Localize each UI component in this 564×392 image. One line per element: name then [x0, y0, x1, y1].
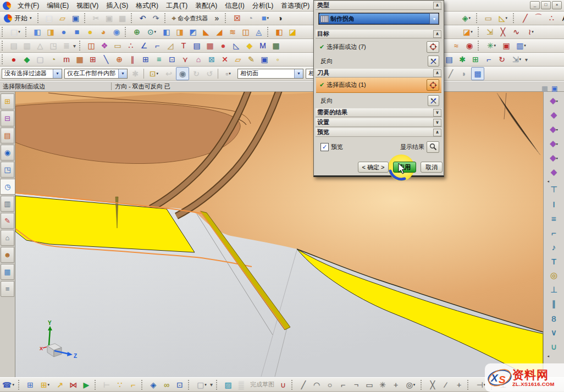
save-icon[interactable]: ▣: [70, 12, 82, 24]
wireframe-box-icon[interactable]: ⊞: [87, 53, 99, 65]
assembly-cut-icon[interactable]: ⌐: [127, 379, 139, 391]
quick-extend-icon[interactable]: ∕: [440, 379, 452, 391]
mesh-surface-icon[interactable]: ◉: [463, 40, 475, 52]
brush-icon[interactable]: ✎: [245, 53, 257, 65]
toolbar-grip[interactable]: [141, 380, 145, 390]
type-dropdown[interactable]: 制作拐角 ▼: [318, 13, 439, 25]
trim-body-icon[interactable]: ◫: [240, 26, 252, 38]
boss-icon[interactable]: ⊕: [131, 26, 143, 38]
angle-dimension-icon[interactable]: ∠: [138, 40, 150, 52]
point-set-icon[interactable]: ⊙▾: [144, 26, 159, 38]
mw-pool-icon[interactable]: ∪: [546, 340, 562, 354]
history-tab[interactable]: ◷: [0, 179, 15, 195]
pan-icon[interactable]: ◗: [458, 68, 470, 80]
toolbar-grip[interactable]: [478, 41, 482, 51]
section-header-target[interactable]: 目标 ∧: [316, 30, 442, 38]
paste-face-icon[interactable]: ◆▾: [546, 136, 562, 151]
visual-effects-icon[interactable]: ◈▾: [458, 12, 474, 24]
visualization-tab[interactable]: ▦: [1, 264, 14, 280]
sketch-rectangle-icon[interactable]: ▭: [363, 379, 375, 391]
graphics-viewport[interactable]: Y Z X: [15, 92, 543, 377]
u-curve-icon[interactable]: ∪: [277, 379, 289, 391]
white-cube-icon[interactable]: ▢: [34, 53, 46, 65]
intersection-curve-icon[interactable]: ╳: [497, 26, 509, 38]
chevron-down-icon[interactable]: ▼: [53, 69, 62, 78]
constraint-navigator-tab[interactable]: ⊟: [1, 111, 14, 126]
swept-surface-icon[interactable]: ≈: [450, 40, 462, 52]
section-header-tool[interactable]: 刀具 ∧: [316, 69, 442, 78]
assembly-constraints-icon[interactable]: ☎▾: [1, 379, 16, 391]
system-materials-tab[interactable]: ▥: [1, 196, 14, 212]
menu-item-r[interactable]: 格式(R): [132, 1, 162, 10]
make-corner-icon[interactable]: +: [453, 379, 465, 391]
section-curve-icon[interactable]: ∿: [510, 26, 522, 38]
chevron-down-icon[interactable]: ▼: [429, 13, 439, 24]
sketch-arc-icon[interactable]: ◠: [311, 379, 323, 391]
collapse-icon[interactable]: ∧: [433, 69, 441, 77]
shaded-view-icon[interactable]: ■▾: [257, 12, 273, 24]
show-result-button[interactable]: [427, 141, 439, 153]
sphere-icon[interactable]: ●: [84, 26, 96, 38]
toolbar-grip[interactable]: [467, 380, 471, 390]
chevron-down-icon[interactable]: ▼: [118, 69, 127, 78]
add-component-icon[interactable]: ⊞▾: [37, 379, 53, 391]
spreadsheet-icon[interactable]: ▦: [270, 40, 282, 52]
datum-plane-icon[interactable]: ◧: [31, 26, 43, 38]
undo-icon[interactable]: ↶: [137, 12, 149, 24]
select-target-button[interactable]: [427, 41, 439, 53]
render-style-icon[interactable]: ◑: [274, 12, 286, 24]
lock-icon[interactable]: ⊡: [174, 379, 186, 391]
parallel-lines-icon[interactable]: ∥: [126, 53, 139, 65]
rect-select-icon[interactable]: ▫▾: [220, 68, 236, 80]
toolbar-grip[interactable]: [216, 380, 220, 390]
toolbar-grip[interactable]: [476, 13, 480, 23]
preview-checkbox[interactable]: ✓: [320, 143, 329, 151]
toolbar-grip[interactable]: [2, 27, 5, 37]
studio-spline-icon[interactable]: ✳: [377, 379, 389, 391]
close-icon[interactable]: ×: [552, 1, 562, 9]
menu-item-s[interactable]: 插入(S): [102, 1, 132, 10]
bracket-icon[interactable]: ⌐: [483, 53, 495, 65]
sketch-icon[interactable]: ▢▾: [8, 26, 23, 38]
sketch-edit-icon[interactable]: ▨: [222, 379, 234, 391]
mw-bolt-icon[interactable]: I: [546, 197, 562, 211]
collapse-icon[interactable]: ∧: [433, 2, 441, 9]
triangle-tolerance-icon[interactable]: ◺: [230, 40, 242, 52]
exploded-views-icon[interactable]: ∵: [114, 379, 126, 391]
section-header-results[interactable]: 需要的结果 ∨: [316, 108, 442, 117]
text-icon[interactable]: A: [559, 12, 564, 24]
view-creator-icon[interactable]: ◫: [85, 40, 97, 52]
cylinder-icon[interactable]: ●: [58, 26, 70, 38]
chevron-down-icon[interactable]: ▼: [294, 69, 303, 78]
toolbar-grip[interactable]: [125, 27, 129, 37]
box-arrow-icon[interactable]: ⊡: [166, 53, 178, 65]
assembly-navigator-tab[interactable]: ⊞: [1, 93, 14, 109]
web-browser-tab[interactable]: ◳: [1, 162, 14, 178]
new-file-icon[interactable]: ▢: [43, 12, 56, 24]
toolbar-grip[interactable]: [478, 27, 482, 37]
green-diamond-icon[interactable]: ◆: [21, 53, 33, 65]
subtract-icon[interactable]: ◨: [174, 26, 186, 38]
hole-icon[interactable]: ◪: [286, 26, 298, 38]
mw-pillar-icon[interactable]: ⊥: [546, 283, 562, 297]
sketch-offset-icon[interactable]: ◎▾: [403, 379, 418, 391]
minimize-icon[interactable]: _: [530, 1, 540, 9]
intersect-icon[interactable]: ◩: [187, 26, 199, 38]
toolbar-grip[interactable]: [2, 54, 5, 64]
point-icon[interactable]: ∴: [545, 12, 557, 24]
toolbar-grip[interactable]: [164, 13, 168, 23]
menu-item-t[interactable]: 工具(T): [162, 1, 191, 10]
shaded-mode-button[interactable]: ▩: [471, 67, 484, 80]
measure-angle-icon[interactable]: ◺▾: [495, 12, 511, 24]
resize-icon[interactable]: ⇲▾: [509, 53, 524, 65]
copy-face-sync-icon[interactable]: ◆▾: [546, 122, 562, 136]
rapid-dimension-icon[interactable]: ∴: [125, 40, 137, 52]
tool-select-row[interactable]: ✔ 选择面或边 (1): [316, 78, 441, 93]
menu-item-p[interactable]: 首选项(P): [277, 1, 313, 10]
toolbar-collapse-marker[interactable]: ◂: [548, 354, 561, 357]
reverse-direction-button[interactable]: [428, 95, 439, 106]
display-part-icon[interactable]: ▢▾: [194, 379, 209, 391]
ok-button[interactable]: < 确定 >: [358, 162, 389, 173]
project-curve-icon[interactable]: ⇲: [484, 26, 496, 38]
close-window-icon[interactable]: ☒: [231, 12, 243, 24]
